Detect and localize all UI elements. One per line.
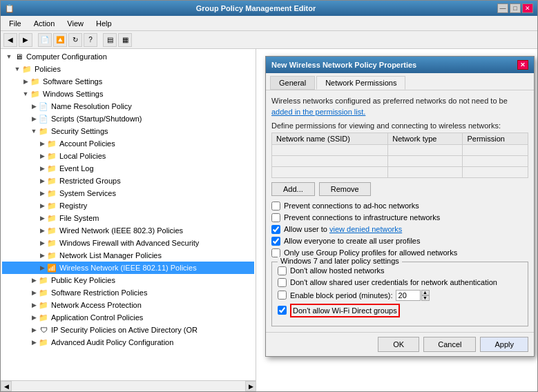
no-shared-creds-checkbox[interactable]: [278, 278, 287, 287]
apply-button[interactable]: Apply: [480, 337, 528, 352]
dialog-overlay: New Wireless Network Policy Properties ✕…: [0, 0, 538, 392]
dialog-close-button[interactable]: ✕: [517, 60, 528, 70]
no-hosted-networks-checkbox[interactable]: [278, 266, 287, 275]
ok-button[interactable]: OK: [378, 337, 419, 352]
properties-dialog: New Wireless Network Policy Properties ✕…: [265, 56, 535, 357]
view-denied-link: view denied networks: [329, 225, 402, 233]
no-wifi-direct-checkbox[interactable]: [278, 306, 287, 315]
gcb-shared-creds-row: Don't allow shared user credentials for …: [278, 278, 522, 287]
dialog-description1: Wireless networks configured as preferre…: [271, 96, 528, 117]
enable-block-period-checkbox[interactable]: [278, 291, 287, 300]
no-wifi-direct-label: Don't allow Wi-Fi Direct groups: [293, 306, 397, 315]
prevent-adhoc-checkbox[interactable]: [271, 202, 280, 210]
dialog-title-text: New Wireless Network Policy Properties: [271, 61, 416, 69]
col-permission: Permission: [463, 133, 528, 144]
cb-allprofiles-row: Allow everyone to create all user profil…: [271, 237, 528, 246]
block-period-input[interactable]: [396, 290, 421, 301]
allow-all-profiles-checkbox[interactable]: [271, 237, 280, 246]
wifi-direct-highlight: Don't allow Wi-Fi Direct groups: [290, 304, 400, 317]
table-row-empty: [272, 144, 528, 155]
prevent-adhoc-label: Prevent connections to ad-hoc networks: [284, 202, 419, 210]
table-row-empty2: [272, 155, 528, 166]
spin-up-arrow[interactable]: ▲: [421, 290, 430, 295]
dialog-title-bar: New Wireless Network Policy Properties ✕: [266, 57, 534, 73]
cancel-button[interactable]: Cancel: [423, 337, 476, 352]
col-network-type: Network type: [388, 133, 463, 144]
allow-view-denied-label: Allow user to view denied networks: [284, 225, 402, 233]
cb-viewdenied-row: Allow user to view denied networks: [271, 225, 528, 234]
block-period-spinner: ▲ ▼: [396, 290, 430, 301]
allow-all-profiles-label: Allow everyone to create all user profil…: [284, 237, 420, 245]
dialog-tab-content: Wireless networks configured as preferre…: [266, 90, 534, 332]
cb-infrastructure-row: Prevent connections to infrastructure ne…: [271, 213, 528, 222]
add-remove-row: Add... Remove: [271, 182, 528, 196]
spin-down-arrow[interactable]: ▼: [421, 295, 430, 301]
col-ssid: Network name (SSID): [272, 133, 388, 144]
no-shared-creds-label: Don't allow shared user credentials for …: [290, 278, 497, 286]
win7-group-title: Windows 7 and later policy settings: [278, 257, 402, 265]
tab-general[interactable]: General: [270, 76, 315, 90]
prevent-infrastructure-checkbox[interactable]: [271, 213, 280, 222]
gp-only-label: Only use Group Policy profiles for allow…: [284, 248, 457, 257]
description-link: added in the permission list.: [271, 108, 365, 116]
gcb-wifidirect-row: Don't allow Wi-Fi Direct groups: [278, 304, 522, 317]
table-row-empty3: [272, 166, 528, 177]
prevent-infrastructure-label: Prevent connections to infrastructure ne…: [284, 213, 440, 222]
define-permissions-label: Define permissions for viewing and conne…: [271, 121, 528, 130]
cb-adhoc-row: Prevent connections to ad-hoc networks: [271, 202, 528, 210]
gcb-hosted-row: Don't allow hosted networks: [278, 266, 522, 275]
remove-button[interactable]: Remove: [319, 182, 371, 196]
dialog-bottom-buttons: OK Cancel Apply: [266, 332, 534, 356]
dialog-tabs: General Network Permissions: [266, 73, 534, 90]
enable-block-period-label: Enable block period (minutes):: [290, 291, 393, 300]
gcb-blockperiod-row: Enable block period (minutes): ▲ ▼: [278, 290, 522, 301]
permissions-table-body: [272, 144, 528, 177]
win7-group-box: Windows 7 and later policy settings Don'…: [271, 262, 528, 326]
permissions-table: Network name (SSID) Network type Permiss…: [271, 133, 528, 178]
no-hosted-networks-label: Don't allow hosted networks: [290, 266, 385, 275]
add-button[interactable]: Add...: [271, 182, 315, 196]
allow-view-denied-checkbox[interactable]: [271, 225, 280, 234]
spinner-arrows: ▲ ▼: [421, 290, 430, 301]
tab-network-permissions[interactable]: Network Permissions: [316, 76, 405, 90]
